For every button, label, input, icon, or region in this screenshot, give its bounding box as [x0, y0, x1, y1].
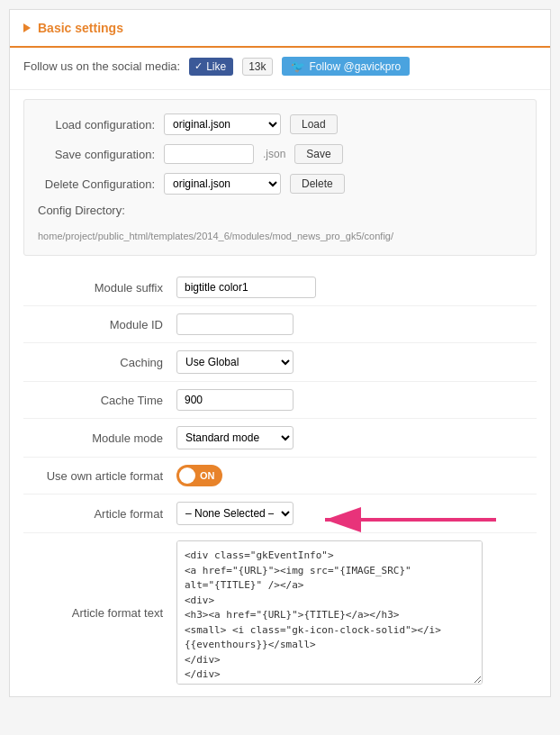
config-section: Load configuration: original.json Load S…: [23, 99, 537, 256]
article-format-select[interactable]: – None Selected –: [176, 502, 294, 525]
module-suffix-row: Module suffix document.currentScript.pre…: [23, 269, 537, 306]
article-format-text-row: Article format text: [23, 533, 537, 692]
article-format-wrapper: – None Selected –: [176, 502, 294, 525]
panel-header: Basic settings: [10, 10, 550, 48]
twitter-icon: 🐦: [291, 59, 305, 73]
cache-time-row: Cache Time: [23, 382, 537, 419]
like-label: Like: [206, 60, 226, 73]
own-format-toggle[interactable]: ON: [176, 465, 222, 486]
load-config-button[interactable]: Load: [290, 114, 338, 134]
config-dir-label: Config Directory:: [38, 204, 125, 217]
delete-config-label: Delete Configuration:: [38, 177, 155, 191]
module-suffix-label: Module suffix: [23, 281, 176, 295]
own-format-label: Use own article format: [23, 469, 176, 483]
module-mode-label: Module mode: [23, 431, 176, 445]
social-label: Follow us on the social media:: [23, 59, 180, 73]
caching-select[interactable]: Use Global: [176, 350, 294, 374]
checkmark-icon: ✓: [194, 60, 203, 72]
article-format-text-label: Article format text: [23, 606, 176, 620]
delete-config-button[interactable]: Delete: [290, 174, 345, 194]
collapse-icon[interactable]: [23, 23, 31, 32]
config-dir-row: Config Directory: home/project/public_ht…: [38, 204, 522, 241]
like-count: 13k: [242, 58, 272, 76]
cache-time-input[interactable]: [176, 389, 294, 411]
module-id-row: Module ID: [23, 306, 537, 343]
module-suffix-input[interactable]: [176, 277, 316, 298]
delete-config-row: Delete Configuration: original.json Dele…: [38, 173, 522, 195]
own-format-row: Use own article format ON: [23, 458, 537, 495]
save-config-label: Save configuration:: [38, 148, 155, 161]
follow-label: Follow @gavickpro: [310, 60, 402, 73]
module-mode-select[interactable]: Standard mode: [176, 426, 294, 449]
load-config-select[interactable]: original.json: [164, 113, 281, 135]
load-config-row: Load configuration: original.json Load: [38, 113, 522, 135]
config-dir-path: home/project/public_html/templates/2014_…: [38, 231, 393, 241]
cache-time-label: Cache Time: [23, 394, 176, 407]
save-config-input[interactable]: [164, 144, 254, 164]
module-mode-row: Module mode Standard mode: [23, 419, 537, 458]
article-format-label: Article format: [23, 507, 176, 521]
settings-section: Module suffix document.currentScript.pre…: [10, 265, 550, 696]
module-id-label: Module ID: [23, 318, 176, 331]
article-format-textarea[interactable]: [176, 540, 483, 685]
article-format-row: Article format – None Selected –: [23, 495, 537, 533]
basic-settings-panel: Basic settings Follow us on the social m…: [9, 9, 551, 697]
toggle-on-label: ON: [200, 470, 215, 481]
social-media-bar: Follow us on the social media: ✓ Like 13…: [10, 48, 550, 90]
toggle-container: ON: [176, 465, 222, 486]
facebook-like-button[interactable]: ✓ Like: [189, 58, 233, 76]
module-id-input[interactable]: [176, 313, 294, 335]
twitter-follow-button[interactable]: 🐦 Follow @gavickpro: [282, 57, 411, 76]
caching-label: Caching: [23, 356, 176, 369]
delete-config-select[interactable]: original.json: [164, 173, 281, 195]
caching-row: Caching Use Global: [23, 343, 537, 382]
save-config-button[interactable]: Save: [294, 144, 342, 164]
toggle-circle: [179, 467, 195, 484]
save-config-row: Save configuration: .json Save: [38, 144, 522, 164]
json-suffix: .json: [263, 148, 285, 160]
load-config-label: Load configuration:: [38, 118, 155, 132]
panel-title: Basic settings: [38, 21, 123, 35]
